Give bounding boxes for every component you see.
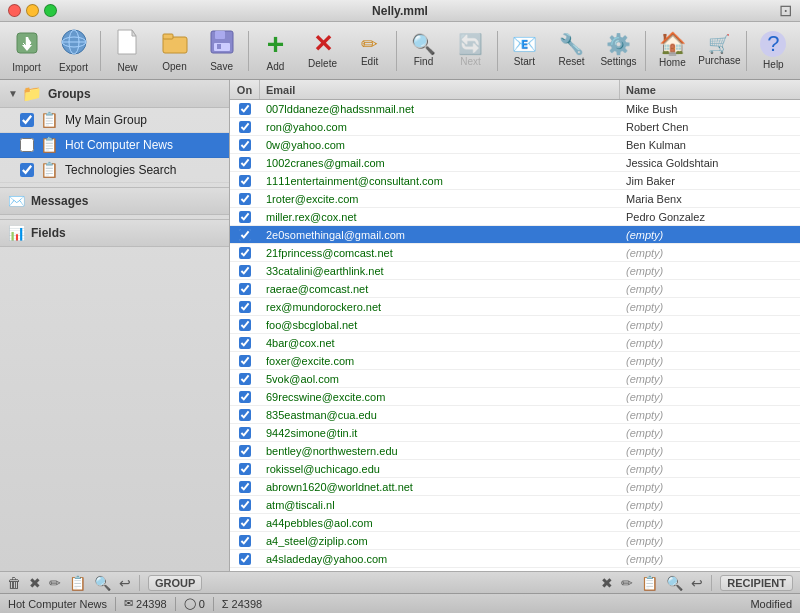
sidebar-item-hot-computer-news[interactable]: 📋 Hot Computer News bbox=[0, 133, 229, 158]
row-checkbox-5[interactable] bbox=[239, 193, 251, 205]
row-checkbox-12[interactable] bbox=[239, 319, 251, 331]
table-row[interactable]: 835eastman@cua.edu (empty) bbox=[230, 406, 800, 424]
row-checkbox-2[interactable] bbox=[239, 139, 251, 151]
minimize-button[interactable] bbox=[26, 4, 39, 17]
table-row[interactable]: 21fprincess@comcast.net (empty) bbox=[230, 244, 800, 262]
sidebar-item-technologies-search[interactable]: 📋 Technologies Search bbox=[0, 158, 229, 183]
row-checkbox-19[interactable] bbox=[239, 445, 251, 457]
table-row[interactable]: 2e0somethingal@gmail.com (empty) bbox=[230, 226, 800, 244]
row-checkbox-10[interactable] bbox=[239, 283, 251, 295]
table-row[interactable]: ron@yahoo.com Robert Chen bbox=[230, 118, 800, 136]
row-checkbox-13[interactable] bbox=[239, 337, 251, 349]
table-row[interactable]: 1roter@excite.com Maria Benx bbox=[230, 190, 800, 208]
table-row[interactable]: a4_steel@ziplip.com (empty) bbox=[230, 532, 800, 550]
sidebar: ▼ 📁 Groups 📋 My Main Group 📋 Hot Compute… bbox=[0, 80, 230, 571]
row-checkbox-6[interactable] bbox=[239, 211, 251, 223]
table-row[interactable]: 9442simone@tin.it (empty) bbox=[230, 424, 800, 442]
messages-section[interactable]: ✉️ Messages bbox=[0, 187, 229, 215]
bt-copy-icon[interactable]: 📋 bbox=[66, 574, 89, 592]
table-row[interactable]: rex@mundorockero.net (empty) bbox=[230, 298, 800, 316]
table-row[interactable]: 5vok@aol.com (empty) bbox=[230, 370, 800, 388]
row-checkbox-25[interactable] bbox=[239, 553, 251, 565]
table-row[interactable]: 69recswine@excite.com (empty) bbox=[230, 388, 800, 406]
bt-edit2-icon[interactable]: ✏ bbox=[618, 574, 636, 592]
row-checkbox-20[interactable] bbox=[239, 463, 251, 475]
bt-search-icon[interactable]: 🔍 bbox=[91, 574, 114, 592]
maximize-button[interactable] bbox=[44, 4, 57, 17]
bt-delete-icon[interactable]: 🗑 bbox=[4, 574, 24, 592]
table-row[interactable]: a4sladeday@yahoo.com (empty) bbox=[230, 550, 800, 568]
close-button[interactable] bbox=[8, 4, 21, 17]
reset-button[interactable]: 🔧 Reset bbox=[549, 25, 594, 77]
table-row[interactable]: 33catalini@earthlink.net (empty) bbox=[230, 262, 800, 280]
edit-button[interactable]: ✏ Edit bbox=[347, 25, 392, 77]
row-checkbox-24[interactable] bbox=[239, 535, 251, 547]
purchase-button[interactable]: 🛒 Purchase bbox=[697, 25, 742, 77]
row-checkbox-18[interactable] bbox=[239, 427, 251, 439]
technologies-search-icon: 📋 bbox=[40, 161, 59, 179]
window-title: Nelly.mml bbox=[372, 4, 428, 18]
resize-icon: ⊡ bbox=[779, 2, 792, 19]
table-row[interactable]: 4bar@cox.net (empty) bbox=[230, 334, 800, 352]
table-row[interactable]: 1002cranes@gmail.com Jessica Goldshtain bbox=[230, 154, 800, 172]
svg-rect-13 bbox=[215, 31, 225, 39]
help-button[interactable]: ? Help bbox=[751, 25, 796, 77]
row-checkbox-4[interactable] bbox=[239, 175, 251, 187]
row-checkbox-3[interactable] bbox=[239, 157, 251, 169]
row-checkbox-23[interactable] bbox=[239, 517, 251, 529]
export-button[interactable]: Export bbox=[51, 25, 96, 77]
bt-remove2-icon[interactable]: ✖ bbox=[598, 574, 616, 592]
find-button[interactable]: 🔍 Find bbox=[401, 25, 446, 77]
row-checkbox-7[interactable] bbox=[239, 229, 251, 241]
table-header: On Email Name bbox=[230, 80, 800, 100]
home-button[interactable]: 🏠 Home bbox=[650, 25, 695, 77]
next-button[interactable]: 🔄 Next bbox=[448, 25, 493, 77]
save-button[interactable]: Save bbox=[199, 25, 244, 77]
status-sep2 bbox=[175, 597, 176, 611]
my-main-group-checkbox[interactable] bbox=[20, 113, 34, 127]
bt-search2-icon[interactable]: 🔍 bbox=[663, 574, 686, 592]
table-row[interactable]: rokissel@uchicago.edu (empty) bbox=[230, 460, 800, 478]
table-row[interactable]: miller.rex@cox.net Pedro Gonzalez bbox=[230, 208, 800, 226]
fields-section[interactable]: 📊 Fields bbox=[0, 219, 229, 247]
table-row[interactable]: bentley@northwestern.edu (empty) bbox=[230, 442, 800, 460]
row-checkbox-15[interactable] bbox=[239, 373, 251, 385]
row-checkbox-9[interactable] bbox=[239, 265, 251, 277]
row-checkbox-17[interactable] bbox=[239, 409, 251, 421]
row-checkbox-1[interactable] bbox=[239, 121, 251, 133]
bt-undo2-icon[interactable]: ↩ bbox=[688, 574, 706, 592]
row-checkbox-21[interactable] bbox=[239, 481, 251, 493]
title-bar-right: ⊡ bbox=[779, 1, 792, 20]
table-row[interactable]: 007lddaneze@hadssnmail.net Mike Bush bbox=[230, 100, 800, 118]
row-checkbox-11[interactable] bbox=[239, 301, 251, 313]
table-row[interactable]: 1111entertainment@consultant.com Jim Bak… bbox=[230, 172, 800, 190]
bt-copy2-icon[interactable]: 📋 bbox=[638, 574, 661, 592]
delete-button[interactable]: ✕ Delete bbox=[300, 25, 345, 77]
bt-edit-icon[interactable]: ✏ bbox=[46, 574, 64, 592]
technologies-search-checkbox[interactable] bbox=[20, 163, 34, 177]
table-row[interactable]: abrown1620@worldnet.att.net (empty) bbox=[230, 478, 800, 496]
sidebar-item-my-main-group[interactable]: 📋 My Main Group bbox=[0, 108, 229, 133]
bt-undo-icon[interactable]: ↩ bbox=[116, 574, 134, 592]
row-checkbox-16[interactable] bbox=[239, 391, 251, 403]
reset-icon: 🔧 bbox=[559, 34, 584, 54]
new-button[interactable]: New bbox=[105, 25, 150, 77]
open-button[interactable]: Open bbox=[152, 25, 197, 77]
table-row[interactable]: foo@sbcglobal.net (empty) bbox=[230, 316, 800, 334]
table-row[interactable]: atm@tiscali.nl (empty) bbox=[230, 496, 800, 514]
table-row[interactable]: a44pebbles@aol.com (empty) bbox=[230, 514, 800, 532]
cell-on-24 bbox=[230, 535, 260, 547]
row-checkbox-8[interactable] bbox=[239, 247, 251, 259]
hot-computer-news-checkbox[interactable] bbox=[20, 138, 34, 152]
table-row[interactable]: 0w@yahoo.com Ben Kulman bbox=[230, 136, 800, 154]
row-checkbox-14[interactable] bbox=[239, 355, 251, 367]
start-button[interactable]: 📧 Start bbox=[502, 25, 547, 77]
import-button[interactable]: Import bbox=[4, 25, 49, 77]
add-button[interactable]: + Add bbox=[253, 25, 298, 77]
settings-button[interactable]: ⚙️ Settings bbox=[596, 25, 641, 77]
bt-remove-icon[interactable]: ✖ bbox=[26, 574, 44, 592]
table-row[interactable]: raerae@comcast.net (empty) bbox=[230, 280, 800, 298]
row-checkbox-22[interactable] bbox=[239, 499, 251, 511]
row-checkbox-0[interactable] bbox=[239, 103, 251, 115]
table-row[interactable]: foxer@excite.com (empty) bbox=[230, 352, 800, 370]
